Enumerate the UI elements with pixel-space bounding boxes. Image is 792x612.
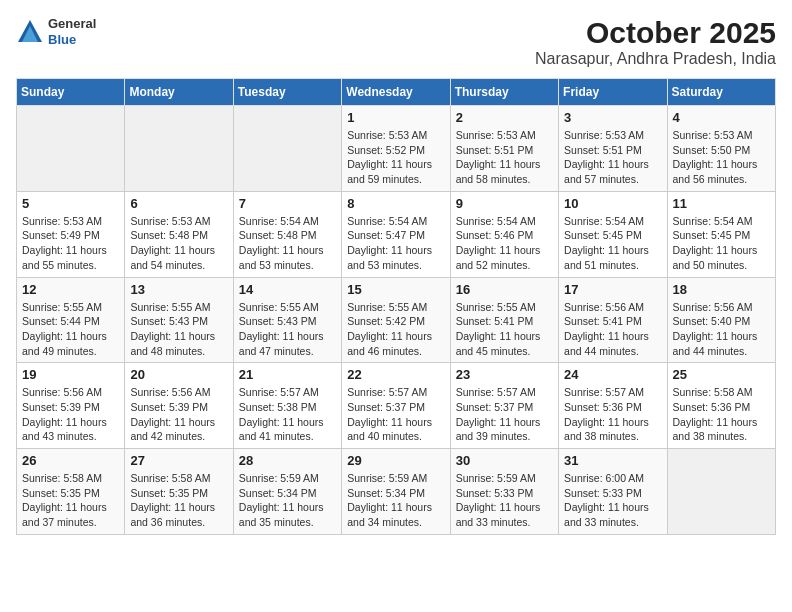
weekday-header: Friday (559, 79, 667, 106)
day-info: Sunrise: 5:56 AMSunset: 5:40 PMDaylight:… (673, 300, 770, 359)
calendar-cell: 28Sunrise: 5:59 AMSunset: 5:34 PMDayligh… (233, 449, 341, 535)
day-number: 3 (564, 110, 661, 125)
day-info: Sunrise: 5:57 AMSunset: 5:36 PMDaylight:… (564, 385, 661, 444)
calendar-week-row: 12Sunrise: 5:55 AMSunset: 5:44 PMDayligh… (17, 277, 776, 363)
day-number: 24 (564, 367, 661, 382)
day-info: Sunrise: 5:55 AMSunset: 5:41 PMDaylight:… (456, 300, 553, 359)
day-info: Sunrise: 5:54 AMSunset: 5:47 PMDaylight:… (347, 214, 444, 273)
day-info: Sunrise: 5:55 AMSunset: 5:42 PMDaylight:… (347, 300, 444, 359)
calendar-cell: 10Sunrise: 5:54 AMSunset: 5:45 PMDayligh… (559, 191, 667, 277)
day-number: 1 (347, 110, 444, 125)
day-info: Sunrise: 5:59 AMSunset: 5:33 PMDaylight:… (456, 471, 553, 530)
day-number: 7 (239, 196, 336, 211)
day-info: Sunrise: 5:56 AMSunset: 5:39 PMDaylight:… (22, 385, 119, 444)
logo: General Blue (16, 16, 96, 47)
day-number: 20 (130, 367, 227, 382)
day-number: 9 (456, 196, 553, 211)
calendar-cell: 12Sunrise: 5:55 AMSunset: 5:44 PMDayligh… (17, 277, 125, 363)
day-number: 25 (673, 367, 770, 382)
calendar-cell: 19Sunrise: 5:56 AMSunset: 5:39 PMDayligh… (17, 363, 125, 449)
calendar-cell: 7Sunrise: 5:54 AMSunset: 5:48 PMDaylight… (233, 191, 341, 277)
day-info: Sunrise: 5:53 AMSunset: 5:52 PMDaylight:… (347, 128, 444, 187)
day-number: 27 (130, 453, 227, 468)
calendar-cell: 17Sunrise: 5:56 AMSunset: 5:41 PMDayligh… (559, 277, 667, 363)
calendar-week-row: 19Sunrise: 5:56 AMSunset: 5:39 PMDayligh… (17, 363, 776, 449)
day-number: 30 (456, 453, 553, 468)
calendar-cell: 16Sunrise: 5:55 AMSunset: 5:41 PMDayligh… (450, 277, 558, 363)
day-info: Sunrise: 5:58 AMSunset: 5:35 PMDaylight:… (130, 471, 227, 530)
day-number: 23 (456, 367, 553, 382)
day-number: 12 (22, 282, 119, 297)
day-number: 16 (456, 282, 553, 297)
page-subtitle: Narasapur, Andhra Pradesh, India (535, 50, 776, 68)
calendar-cell: 31Sunrise: 6:00 AMSunset: 5:33 PMDayligh… (559, 449, 667, 535)
calendar-cell (125, 106, 233, 192)
logo-blue: Blue (48, 32, 96, 48)
day-number: 28 (239, 453, 336, 468)
calendar-week-row: 26Sunrise: 5:58 AMSunset: 5:35 PMDayligh… (17, 449, 776, 535)
logo-text: General Blue (48, 16, 96, 47)
title-block: October 2025 Narasapur, Andhra Pradesh, … (535, 16, 776, 68)
weekday-header: Thursday (450, 79, 558, 106)
calendar-cell: 9Sunrise: 5:54 AMSunset: 5:46 PMDaylight… (450, 191, 558, 277)
day-info: Sunrise: 5:53 AMSunset: 5:50 PMDaylight:… (673, 128, 770, 187)
day-info: Sunrise: 5:54 AMSunset: 5:48 PMDaylight:… (239, 214, 336, 273)
day-number: 8 (347, 196, 444, 211)
weekday-header: Monday (125, 79, 233, 106)
day-number: 6 (130, 196, 227, 211)
day-info: Sunrise: 5:59 AMSunset: 5:34 PMDaylight:… (347, 471, 444, 530)
day-info: Sunrise: 5:56 AMSunset: 5:39 PMDaylight:… (130, 385, 227, 444)
logo-icon (16, 18, 44, 46)
day-info: Sunrise: 5:53 AMSunset: 5:48 PMDaylight:… (130, 214, 227, 273)
calendar-cell: 8Sunrise: 5:54 AMSunset: 5:47 PMDaylight… (342, 191, 450, 277)
weekday-header: Saturday (667, 79, 775, 106)
weekday-header: Tuesday (233, 79, 341, 106)
calendar-cell: 1Sunrise: 5:53 AMSunset: 5:52 PMDaylight… (342, 106, 450, 192)
day-number: 26 (22, 453, 119, 468)
day-info: Sunrise: 5:57 AMSunset: 5:37 PMDaylight:… (347, 385, 444, 444)
day-number: 19 (22, 367, 119, 382)
day-info: Sunrise: 6:00 AMSunset: 5:33 PMDaylight:… (564, 471, 661, 530)
day-number: 11 (673, 196, 770, 211)
calendar-cell: 22Sunrise: 5:57 AMSunset: 5:37 PMDayligh… (342, 363, 450, 449)
day-number: 15 (347, 282, 444, 297)
calendar-cell: 20Sunrise: 5:56 AMSunset: 5:39 PMDayligh… (125, 363, 233, 449)
calendar-cell: 5Sunrise: 5:53 AMSunset: 5:49 PMDaylight… (17, 191, 125, 277)
day-info: Sunrise: 5:53 AMSunset: 5:51 PMDaylight:… (456, 128, 553, 187)
calendar-cell: 29Sunrise: 5:59 AMSunset: 5:34 PMDayligh… (342, 449, 450, 535)
calendar-cell: 13Sunrise: 5:55 AMSunset: 5:43 PMDayligh… (125, 277, 233, 363)
day-info: Sunrise: 5:58 AMSunset: 5:36 PMDaylight:… (673, 385, 770, 444)
day-number: 29 (347, 453, 444, 468)
day-info: Sunrise: 5:53 AMSunset: 5:51 PMDaylight:… (564, 128, 661, 187)
calendar-cell (17, 106, 125, 192)
calendar-cell: 21Sunrise: 5:57 AMSunset: 5:38 PMDayligh… (233, 363, 341, 449)
calendar-cell: 18Sunrise: 5:56 AMSunset: 5:40 PMDayligh… (667, 277, 775, 363)
day-info: Sunrise: 5:57 AMSunset: 5:37 PMDaylight:… (456, 385, 553, 444)
day-info: Sunrise: 5:54 AMSunset: 5:45 PMDaylight:… (564, 214, 661, 273)
calendar-cell: 11Sunrise: 5:54 AMSunset: 5:45 PMDayligh… (667, 191, 775, 277)
day-number: 10 (564, 196, 661, 211)
day-info: Sunrise: 5:54 AMSunset: 5:46 PMDaylight:… (456, 214, 553, 273)
calendar-week-row: 1Sunrise: 5:53 AMSunset: 5:52 PMDaylight… (17, 106, 776, 192)
day-info: Sunrise: 5:56 AMSunset: 5:41 PMDaylight:… (564, 300, 661, 359)
calendar-cell: 15Sunrise: 5:55 AMSunset: 5:42 PMDayligh… (342, 277, 450, 363)
calendar-cell: 27Sunrise: 5:58 AMSunset: 5:35 PMDayligh… (125, 449, 233, 535)
day-number: 2 (456, 110, 553, 125)
day-number: 14 (239, 282, 336, 297)
calendar-cell: 4Sunrise: 5:53 AMSunset: 5:50 PMDaylight… (667, 106, 775, 192)
day-number: 17 (564, 282, 661, 297)
day-info: Sunrise: 5:55 AMSunset: 5:43 PMDaylight:… (239, 300, 336, 359)
day-info: Sunrise: 5:53 AMSunset: 5:49 PMDaylight:… (22, 214, 119, 273)
weekday-header: Sunday (17, 79, 125, 106)
day-number: 21 (239, 367, 336, 382)
day-number: 4 (673, 110, 770, 125)
day-number: 31 (564, 453, 661, 468)
calendar-header-row: SundayMondayTuesdayWednesdayThursdayFrid… (17, 79, 776, 106)
calendar-cell: 6Sunrise: 5:53 AMSunset: 5:48 PMDaylight… (125, 191, 233, 277)
day-info: Sunrise: 5:59 AMSunset: 5:34 PMDaylight:… (239, 471, 336, 530)
calendar-cell: 3Sunrise: 5:53 AMSunset: 5:51 PMDaylight… (559, 106, 667, 192)
calendar-cell: 24Sunrise: 5:57 AMSunset: 5:36 PMDayligh… (559, 363, 667, 449)
calendar-cell: 2Sunrise: 5:53 AMSunset: 5:51 PMDaylight… (450, 106, 558, 192)
weekday-header: Wednesday (342, 79, 450, 106)
calendar-cell: 23Sunrise: 5:57 AMSunset: 5:37 PMDayligh… (450, 363, 558, 449)
